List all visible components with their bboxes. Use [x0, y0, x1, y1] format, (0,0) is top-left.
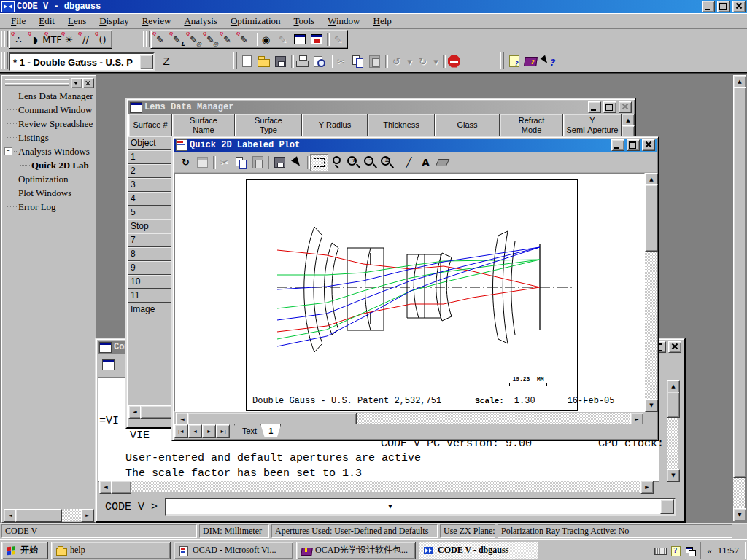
plot-save-icon[interactable]: [271, 155, 288, 171]
quick-fan-plot-icon[interactable]: ◗ Q: [27, 31, 44, 47]
listing-window-icon[interactable]: [308, 31, 325, 47]
row-header[interactable]: Object: [128, 136, 172, 150]
lens-selector-dropdown-icon[interactable]: [139, 55, 153, 69]
cmd-hscrollbar[interactable]: [99, 481, 654, 492]
help-tray-icon[interactable]: ?: [670, 545, 681, 556]
save-icon[interactable]: [272, 53, 289, 69]
row-header[interactable]: 9: [128, 261, 172, 275]
row-header[interactable]: 8: [128, 247, 172, 261]
row-header[interactable]: 2: [128, 164, 172, 178]
column-header[interactable]: Y Radius: [302, 114, 368, 136]
plot-maximize-button[interactable]: [627, 139, 640, 151]
tree-item[interactable]: Review Spreadshee: [4, 117, 94, 131]
quick-psf-icon[interactable]: ☀ Q: [61, 31, 77, 47]
row-header[interactable]: Image: [128, 303, 172, 316]
keyboard-tray-icon[interactable]: [654, 545, 666, 556]
edit-system-data-icon[interactable]: ✎ Q ◎: [185, 31, 202, 47]
row-header[interactable]: 11: [128, 289, 172, 303]
navigation-hscrollbar[interactable]: [4, 509, 94, 521]
menu-item[interactable]: Analysis: [177, 14, 224, 28]
zoom-window-icon[interactable]: [310, 154, 328, 171]
tree-item[interactable]: Lens Data Manager: [4, 89, 94, 103]
edit-wavelengths-icon[interactable]: ✎ Q: [219, 31, 236, 47]
ldm-minimize-button[interactable]: [588, 101, 601, 113]
plot-tab[interactable]: 1: [260, 424, 281, 438]
redo-drop-icon[interactable]: ▾: [431, 53, 441, 69]
scroll-right-button[interactable]: [81, 509, 94, 522]
column-header[interactable]: Refract Mode: [500, 114, 563, 136]
eraser-icon[interactable]: [434, 155, 451, 171]
taskbar-button[interactable]: CODE V - dbgauss: [419, 542, 538, 559]
command-doc-icon[interactable]: [102, 359, 115, 370]
tree-item[interactable]: Optimization: [4, 172, 94, 186]
plot-close-button[interactable]: [642, 139, 655, 151]
column-header[interactable]: Surface Name: [172, 114, 235, 136]
help-topics-icon[interactable]: ?: [506, 53, 522, 69]
plot-titlebar[interactable]: Quick 2D Labeled Plot: [174, 139, 657, 152]
zoom-in-icon[interactable]: +: [345, 155, 362, 171]
column-header[interactable]: Y Semi-Aperture: [563, 114, 622, 136]
command-input[interactable]: [165, 498, 676, 516]
row-header[interactable]: 4: [128, 192, 172, 206]
ldm-maximize-button[interactable]: [603, 101, 616, 113]
close-button[interactable]: [732, 1, 746, 12]
maximize-button[interactable]: [717, 1, 730, 12]
undo-icon[interactable]: ↺: [388, 53, 405, 69]
tray-chevron[interactable]: «: [707, 545, 712, 556]
zoom-lens-button[interactable]: Z: [158, 52, 175, 69]
copy-icon[interactable]: [349, 53, 366, 69]
menu-item[interactable]: File: [4, 14, 32, 28]
mdi-vscrollbar[interactable]: [733, 75, 745, 521]
plot-properties-icon[interactable]: [194, 155, 211, 171]
paste-icon[interactable]: [366, 53, 383, 69]
surface-properties-icon[interactable]: ✎: [274, 31, 291, 47]
menu-item[interactable]: Tools: [287, 14, 322, 28]
navigation-panel-header[interactable]: [4, 77, 94, 88]
prev-page-button[interactable]: ◄: [188, 424, 202, 438]
tree-item[interactable]: Listings: [4, 131, 94, 144]
stop-icon[interactable]: [446, 53, 462, 69]
menu-item[interactable]: Edit: [32, 14, 61, 28]
plot-copy-icon[interactable]: [233, 155, 249, 171]
quick-mtf-icon[interactable]: MTF Q: [44, 31, 61, 47]
spreadsheet-window-icon[interactable]: [291, 31, 308, 47]
column-header[interactable]: Glass: [435, 114, 500, 136]
tree-item[interactable]: Quick 2D Lab: [4, 158, 94, 172]
undo-drop-icon[interactable]: ▾: [405, 53, 414, 69]
scroll-thumb[interactable]: [15, 509, 62, 522]
taskbar-button[interactable]: help: [51, 542, 171, 559]
row-header[interactable]: 1: [128, 150, 172, 164]
plot-canvas-area[interactable]: 19.23 MM Double Gauss - U.S. Patent 2,53…: [174, 173, 645, 412]
new-icon[interactable]: [239, 53, 255, 69]
print-icon[interactable]: [294, 53, 311, 69]
system-settings-icon[interactable]: ◉: [258, 31, 274, 47]
plot-hscrollbar[interactable]: [176, 413, 643, 424]
main-titlebar[interactable]: CODE V - dbgauss: [0, 0, 747, 13]
cmd-vscrollbar[interactable]: [667, 380, 678, 482]
row-header[interactable]: 10: [128, 275, 172, 289]
row-header[interactable]: Stop: [128, 219, 172, 233]
last-page-button[interactable]: ►|: [216, 424, 230, 438]
plot-paste-icon[interactable]: [249, 155, 266, 171]
zoom-out-icon[interactable]: −: [362, 155, 379, 171]
quick-spot-diagram-icon[interactable]: ∴ Q: [10, 31, 27, 47]
cut-icon[interactable]: ✂: [333, 53, 349, 69]
tree-item[interactable]: − Analysis Windows: [4, 144, 94, 158]
tree-expander-icon[interactable]: −: [4, 147, 12, 155]
column-header[interactable]: Thickness: [368, 114, 435, 136]
tree-item[interactable]: Plot Windows: [4, 186, 94, 200]
lens-selector-combobox[interactable]: * 1 - Double Gauss - U.S. P: [9, 52, 155, 71]
plot-vscrollbar[interactable]: [645, 173, 657, 412]
taskbar-button[interactable]: OCAD - Microsoft Vi...: [174, 542, 293, 559]
zoom-pointer-icon[interactable]: [328, 155, 345, 171]
cmd-close-button[interactable]: [668, 341, 681, 353]
minimize-button[interactable]: [702, 1, 715, 12]
menu-item[interactable]: Help: [366, 14, 398, 28]
draw-line-icon[interactable]: ╱: [400, 155, 417, 171]
next-page-button[interactable]: ►: [202, 424, 216, 438]
draw-text-icon[interactable]: A: [417, 155, 434, 171]
start-button[interactable]: 开始: [1, 542, 48, 559]
select-pointer-icon[interactable]: [288, 155, 305, 171]
first-page-button[interactable]: |◄: [174, 424, 188, 438]
taskbar-button[interactable]: OCAD光学设计软件包...: [296, 542, 416, 559]
